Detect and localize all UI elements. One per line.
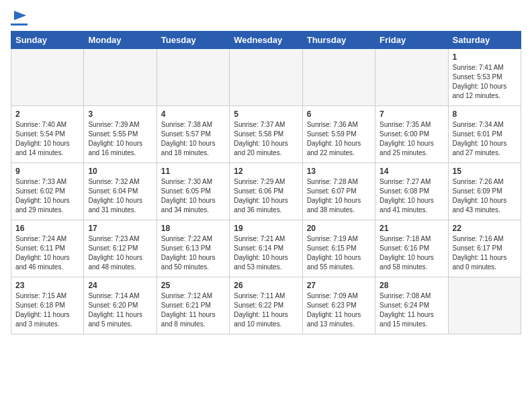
logo [11,11,28,26]
day-info: Sunrise: 7:28 AM Sunset: 6:07 PM Dayligh… [307,177,371,215]
day-info: Sunrise: 7:32 AM Sunset: 6:04 PM Dayligh… [88,177,152,215]
day-info: Sunrise: 7:11 AM Sunset: 6:22 PM Dayligh… [234,291,298,329]
day-info: Sunrise: 7:26 AM Sunset: 6:09 PM Dayligh… [453,177,517,215]
calendar-cell [302,49,375,106]
calendar-cell: 9Sunrise: 7:33 AM Sunset: 6:02 PM Daylig… [11,163,84,220]
calendar-cell [230,49,302,106]
calendar-cell: 18Sunrise: 7:22 AM Sunset: 6:13 PM Dayli… [157,220,229,277]
day-number: 16 [15,224,79,233]
day-number: 15 [453,167,517,176]
day-number: 18 [161,224,225,233]
day-info: Sunrise: 7:27 AM Sunset: 6:08 PM Dayligh… [380,177,443,215]
day-number: 25 [161,281,225,290]
calendar-cell: 17Sunrise: 7:23 AM Sunset: 6:12 PM Dayli… [84,220,157,277]
day-number: 2 [15,109,79,119]
day-info: Sunrise: 7:40 AM Sunset: 5:54 PM Dayligh… [15,120,79,158]
calendar-cell [11,49,84,106]
day-info: Sunrise: 7:16 AM Sunset: 6:17 PM Dayligh… [453,234,517,272]
calendar-cell [157,49,229,106]
day-info: Sunrise: 7:14 AM Sunset: 6:20 PM Dayligh… [88,291,152,329]
day-info: Sunrise: 7:41 AM Sunset: 5:53 PM Dayligh… [453,63,517,101]
day-info: Sunrise: 7:39 AM Sunset: 5:55 PM Dayligh… [88,120,152,158]
calendar-cell: 4Sunrise: 7:38 AM Sunset: 5:57 PM Daylig… [157,106,229,163]
week-row-2: 9Sunrise: 7:33 AM Sunset: 6:02 PM Daylig… [11,163,521,220]
day-number: 23 [15,281,79,290]
calendar-cell: 5Sunrise: 7:37 AM Sunset: 5:58 PM Daylig… [230,106,302,163]
calendar-container: SundayMondayTuesdayWednesdayThursdayFrid… [0,0,532,341]
day-info: Sunrise: 7:12 AM Sunset: 6:21 PM Dayligh… [161,291,225,329]
week-row-1: 2Sunrise: 7:40 AM Sunset: 5:54 PM Daylig… [11,106,521,163]
calendar-cell: 16Sunrise: 7:24 AM Sunset: 6:11 PM Dayli… [11,220,84,277]
calendar-cell: 3Sunrise: 7:39 AM Sunset: 5:55 PM Daylig… [84,106,157,163]
day-info: Sunrise: 7:21 AM Sunset: 6:14 PM Dayligh… [234,234,298,272]
day-info: Sunrise: 7:30 AM Sunset: 6:05 PM Dayligh… [161,177,225,215]
day-number: 7 [380,109,443,119]
day-number: 4 [161,109,225,119]
day-info: Sunrise: 7:29 AM Sunset: 6:06 PM Dayligh… [234,177,298,215]
day-number: 9 [15,167,79,176]
calendar-cell [448,277,521,334]
week-row-3: 16Sunrise: 7:24 AM Sunset: 6:11 PM Dayli… [11,220,521,277]
calendar-cell: 28Sunrise: 7:08 AM Sunset: 6:24 PM Dayli… [375,277,448,334]
day-info: Sunrise: 7:35 AM Sunset: 6:00 PM Dayligh… [380,120,443,158]
calendar-cell: 1Sunrise: 7:41 AM Sunset: 5:53 PM Daylig… [448,49,521,106]
day-info: Sunrise: 7:22 AM Sunset: 6:13 PM Dayligh… [161,234,225,272]
day-number: 26 [234,281,298,290]
day-info: Sunrise: 7:38 AM Sunset: 5:57 PM Dayligh… [161,120,225,158]
calendar-cell: 11Sunrise: 7:30 AM Sunset: 6:05 PM Dayli… [157,163,229,220]
day-info: Sunrise: 7:37 AM Sunset: 5:58 PM Dayligh… [234,120,298,158]
day-number: 11 [161,167,225,176]
day-info: Sunrise: 7:18 AM Sunset: 6:16 PM Dayligh… [380,234,443,272]
day-number: 14 [380,167,443,176]
day-number: 17 [88,224,152,233]
day-info: Sunrise: 7:15 AM Sunset: 6:18 PM Dayligh… [15,291,79,329]
svg-marker-0 [14,11,26,20]
calendar-cell: 12Sunrise: 7:29 AM Sunset: 6:06 PM Dayli… [230,163,302,220]
calendar-grid: SundayMondayTuesdayWednesdayThursdayFrid… [11,31,521,334]
day-number: 24 [88,281,152,290]
weekday-header-sunday: Sunday [11,32,84,49]
day-number: 1 [453,52,517,62]
calendar-cell: 13Sunrise: 7:28 AM Sunset: 6:07 PM Dayli… [302,163,375,220]
day-info: Sunrise: 7:19 AM Sunset: 6:15 PM Dayligh… [307,234,371,272]
day-number: 20 [307,224,371,233]
calendar-cell: 21Sunrise: 7:18 AM Sunset: 6:16 PM Dayli… [375,220,448,277]
calendar-cell: 14Sunrise: 7:27 AM Sunset: 6:08 PM Dayli… [375,163,448,220]
weekday-header-thursday: Thursday [302,32,375,49]
day-info: Sunrise: 7:24 AM Sunset: 6:11 PM Dayligh… [15,234,79,272]
calendar-cell: 20Sunrise: 7:19 AM Sunset: 6:15 PM Dayli… [302,220,375,277]
day-info: Sunrise: 7:23 AM Sunset: 6:12 PM Dayligh… [88,234,152,272]
day-number: 28 [380,281,443,290]
weekday-header-friday: Friday [375,32,448,49]
calendar-cell [84,49,157,106]
logo-arrow-icon [13,8,28,23]
calendar-cell: 23Sunrise: 7:15 AM Sunset: 6:18 PM Dayli… [11,277,84,334]
calendar-cell: 10Sunrise: 7:32 AM Sunset: 6:04 PM Dayli… [84,163,157,220]
day-number: 19 [234,224,298,233]
week-row-0: 1Sunrise: 7:41 AM Sunset: 5:53 PM Daylig… [11,49,521,106]
day-number: 22 [453,224,517,233]
calendar-cell: 27Sunrise: 7:09 AM Sunset: 6:23 PM Dayli… [302,277,375,334]
calendar-cell: 25Sunrise: 7:12 AM Sunset: 6:21 PM Dayli… [157,277,229,334]
weekday-header-monday: Monday [84,32,157,49]
day-number: 13 [307,167,371,176]
day-number: 8 [453,109,517,119]
day-number: 6 [307,109,371,119]
day-info: Sunrise: 7:33 AM Sunset: 6:02 PM Dayligh… [15,177,79,215]
calendar-cell: 8Sunrise: 7:34 AM Sunset: 6:01 PM Daylig… [448,106,521,163]
calendar-cell: 26Sunrise: 7:11 AM Sunset: 6:22 PM Dayli… [230,277,302,334]
day-info: Sunrise: 7:34 AM Sunset: 6:01 PM Dayligh… [453,120,517,158]
calendar-cell: 2Sunrise: 7:40 AM Sunset: 5:54 PM Daylig… [11,106,84,163]
day-info: Sunrise: 7:09 AM Sunset: 6:23 PM Dayligh… [307,291,371,329]
calendar-cell [375,49,448,106]
day-number: 21 [380,224,443,233]
week-row-4: 23Sunrise: 7:15 AM Sunset: 6:18 PM Dayli… [11,277,521,334]
calendar-cell: 19Sunrise: 7:21 AM Sunset: 6:14 PM Dayli… [230,220,302,277]
day-number: 12 [234,167,298,176]
calendar-cell: 7Sunrise: 7:35 AM Sunset: 6:00 PM Daylig… [375,106,448,163]
calendar-cell: 24Sunrise: 7:14 AM Sunset: 6:20 PM Dayli… [84,277,157,334]
header [11,11,521,26]
weekday-header-tuesday: Tuesday [157,32,229,49]
day-number: 3 [88,109,152,119]
day-number: 5 [234,109,298,119]
